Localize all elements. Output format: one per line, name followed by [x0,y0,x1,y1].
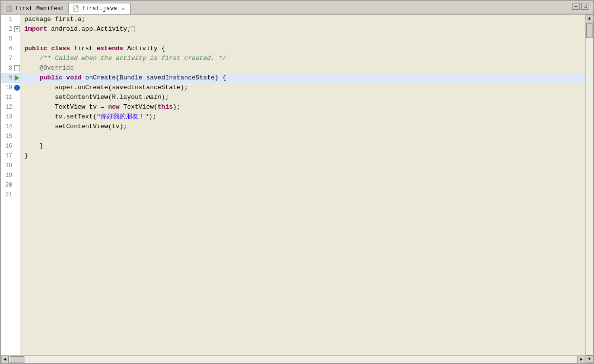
editor-window: first Manifest J first.java ✕ — □ [0,0,594,364]
gutter-row-11: 11 [1,93,20,102]
collapse-icon[interactable]: − [14,65,20,71]
code-line-5 [20,34,585,44]
tab-manifest[interactable]: first Manifest [2,3,69,14]
code-line-32 [20,297,585,307]
code-lines: package first.a; import android.app.Acti… [20,15,585,317]
svg-rect-3 [8,9,10,9]
close-tab-button[interactable]: ✕ [120,6,126,12]
code-line-24 [20,219,585,229]
gutter-row-2: 2 + [1,24,20,34]
gutter-row-20: 20 [1,180,20,190]
gutter-row-18: 18 [1,161,20,171]
gutter-row-1: 1 [1,15,20,24]
manifest-file-icon [6,5,13,12]
vertical-scroll-track[interactable] [586,22,593,355]
code-line-33 [20,307,585,317]
gutter-row-10: 10 [1,83,20,93]
scroll-down-button[interactable]: ▼ [586,355,594,363]
code-line-8: @Override [20,63,585,73]
code-line-21 [20,190,585,200]
expand-icon[interactable]: + [14,26,20,32]
code-line-27 [20,249,585,258]
svg-text:J: J [74,8,76,11]
scroll-left-button[interactable]: ◄ [1,356,9,364]
code-line-26 [20,239,585,249]
code-line-18 [20,161,585,171]
editor-inner: 1 2 + 5 [1,15,585,355]
vertical-scrollbar[interactable]: ▲ ▼ [585,15,593,363]
code-line-29 [20,268,585,278]
code-line-31 [20,287,585,297]
code-editor[interactable]: package first.a; import android.app.Acti… [20,15,585,355]
tab-java[interactable]: J first.java ✕ [69,3,131,14]
gutter-row-6: 6 [1,44,20,54]
editor-main: 1 2 + 5 [1,15,585,363]
horizontal-scroll-track[interactable] [9,356,577,363]
cursor-box [131,26,135,32]
code-line-12: TextView tv = new TextView(this); [20,102,585,112]
code-line-6: public class first extends Activity { [20,44,585,54]
tab-java-label: first.java [82,5,117,12]
code-line-25 [20,229,585,239]
gutter-row-16: 16 [1,141,20,151]
gutter-row-8: 8 − [1,63,20,73]
code-line-2: import android.app.Activity; [20,24,585,34]
gutter-row-14: 14 [1,122,20,132]
code-line-13: tv.setText("你好我的朋友！"); [20,112,585,122]
horizontal-scrollbar[interactable]: ◄ ► [1,355,585,363]
code-line-11: setContentView(R.layout.main); [20,93,585,102]
gutter-row-19: 19 [1,171,20,180]
gutter-row-7: 7 [1,54,20,63]
scroll-up-button[interactable]: ▲ [586,15,594,22]
gutter-row-17: 17 [1,151,20,161]
svg-rect-5 [77,6,78,7]
tab-bar: first Manifest J first.java ✕ — □ [1,1,593,15]
code-line-28 [20,258,585,268]
code-line-15 [20,132,585,141]
horizontal-scroll-thumb[interactable] [10,356,24,363]
maximize-button[interactable]: □ [581,3,589,10]
code-line-22 [20,200,585,210]
line-gutter: 1 2 + 5 [1,15,20,355]
gutter-row-12: 12 [1,102,20,112]
current-line-arrow [15,75,20,81]
gutter-row-21: 21 [1,190,20,200]
vertical-scroll-thumb[interactable] [586,23,593,38]
minimize-button[interactable]: — [572,3,580,10]
breakpoint-marker [14,85,20,91]
window-controls: — □ [572,3,589,10]
gutter-row-3: 5 [1,34,20,44]
gutter-row-9: 9 [1,73,20,83]
code-line-20 [20,180,585,190]
code-line-17: } [20,151,585,161]
code-line-10: super.onCreate(savedInstanceState); [20,83,585,93]
code-line-9: public void onCreate(Bundle savedInstanc… [20,73,585,83]
code-line-30 [20,278,585,287]
code-line-14: setContentView(tv); [20,122,585,132]
code-line-23 [20,210,585,219]
code-line-16: } [20,141,585,151]
scroll-right-button[interactable]: ► [577,356,585,364]
java-file-icon: J [73,5,80,12]
gutter-row-15: 15 [1,132,20,141]
code-line-19 [20,171,585,180]
gutter-row-13: 13 [1,112,20,122]
tab-manifest-label: first Manifest [15,5,64,12]
code-line-7: /** Called when the activity is first cr… [20,54,585,63]
code-line-1: package first.a; [20,15,585,24]
svg-rect-2 [8,8,11,8]
svg-rect-1 [8,7,11,7]
editor-body: 1 2 + 5 [1,15,593,363]
